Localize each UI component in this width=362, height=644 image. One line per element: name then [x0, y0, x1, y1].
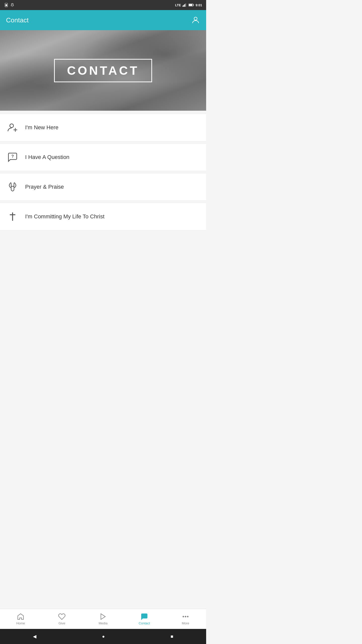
time-label: 9:01 — [196, 3, 202, 7]
notification-icon — [10, 3, 15, 7]
profile-icon[interactable] — [191, 16, 200, 25]
hero-banner: CONTACT — [0, 30, 206, 111]
items-list: I'm New Here ? I Have A Question Prayer … — [0, 111, 206, 235]
list-item-question[interactable]: ? I Have A Question — [0, 143, 206, 171]
lte-label: LTE — [175, 3, 181, 7]
status-bar: LTE 9:01 — [0, 0, 206, 10]
question-bubble-icon: ? — [6, 151, 19, 164]
hero-label: CONTACT — [67, 64, 139, 77]
list-item-new-here[interactable]: I'm New Here — [0, 114, 206, 141]
signal-icon — [183, 3, 187, 7]
cross-icon — [6, 210, 19, 223]
battery-icon — [189, 3, 194, 7]
status-left — [4, 3, 15, 7]
list-item-prayer[interactable]: Prayer & Praise — [0, 173, 206, 201]
svg-rect-1 — [6, 4, 7, 6]
prayer-label: Prayer & Praise — [25, 184, 64, 190]
svg-rect-7 — [189, 4, 192, 6]
svg-text:?: ? — [11, 154, 14, 158]
svg-rect-3 — [184, 5, 184, 7]
app-header: Contact — [0, 10, 206, 30]
page-title: Contact — [6, 16, 29, 24]
status-right: LTE 9:01 — [175, 3, 202, 7]
commit-label: I'm Committing My Life To Christ — [25, 213, 105, 220]
svg-rect-8 — [193, 5, 194, 6]
svg-rect-2 — [183, 6, 183, 7]
svg-rect-4 — [184, 4, 185, 7]
hero-label-box: CONTACT — [54, 59, 152, 82]
svg-point-10 — [10, 124, 14, 128]
svg-rect-5 — [185, 3, 186, 7]
question-label: I Have A Question — [25, 154, 69, 160]
svg-point-9 — [194, 17, 197, 20]
new-person-icon — [6, 121, 19, 134]
prayer-hands-icon — [6, 180, 19, 193]
sim-icon — [4, 3, 9, 7]
list-item-commit[interactable]: I'm Committing My Life To Christ — [0, 203, 206, 230]
new-here-label: I'm New Here — [25, 124, 59, 131]
